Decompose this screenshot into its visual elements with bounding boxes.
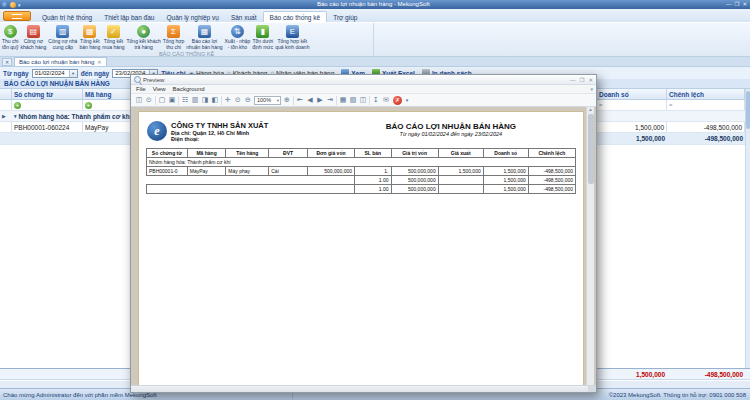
search-icon[interactable]: ⊙ [144,95,154,106]
preview-minimize-icon[interactable]: — [570,77,576,83]
column-header-so-chung-tu[interactable]: Số chứng từ [12,89,83,99]
minimize-icon[interactable]: — [726,0,732,9]
button-label: quả kinh doanh [275,45,309,51]
hand-tool-icon[interactable]: ✛ [223,95,233,106]
tab-close-icon[interactable]: ✕ [97,59,101,65]
last-page-icon[interactable]: ⇥ [325,95,335,106]
document-tab-active[interactable]: Báo cáo lợi nhuận bán hàng ✕ [14,57,107,66]
preview-vertical-scrollbar[interactable]: ▲ [586,107,594,385]
report-col-header: Số chứng từ [147,149,188,158]
quick-access-icon[interactable] [10,2,16,8]
button-tong-ket-ban-hang[interactable]: ▦ Tổng kết bán hàng [78,24,101,51]
report-cell: Máy phay [226,167,269,176]
equals-filter-icon[interactable]: = [599,102,603,108]
collapse-icon[interactable]: ▾ [14,113,17,119]
filter-row-indicator [0,100,12,110]
watermark-icon[interactable]: ◫ [358,95,368,106]
menu-background[interactable]: Background [173,86,205,92]
zoom-out-icon[interactable]: ⊖ [243,95,253,106]
maximize-icon[interactable]: ❐ [734,0,739,9]
report-subtotal-qty: 1.00 [355,176,391,185]
close-icon[interactable]: ✕ [742,0,747,9]
document-tab-bar: ✕ Báo cáo lợi nhuận bán hàng ✕ [0,57,750,67]
cell-so-chung-tu[interactable]: PBH00001-060224 [12,122,83,132]
filter-cell-chenh-lech[interactable]: = [667,100,745,110]
thumbnails-icon[interactable]: ◫ [134,95,144,106]
preview-canvas[interactable]: e CÔNG TY TNHH SẢN XUẤT Địa chỉ: Quận 12… [131,107,596,385]
tab-san-xuat[interactable]: Sản xuất [225,12,263,22]
zoom-dropdown-icon[interactable]: ▾ [277,98,280,103]
filter-cell-so-chung-tu[interactable]: + [12,100,83,110]
scrollbar-thumb[interactable] [588,114,594,184]
page-color-icon[interactable]: ▧ [348,95,358,106]
button-bao-cao-loi-nhuan-ban-hang[interactable]: ▦ Báo cáo lợi nhuận bán hàng [185,24,223,51]
close-preview-icon[interactable]: ✗ [393,96,402,105]
inventory-icon: ⇅ [231,25,244,38]
next-page-icon[interactable]: ▶ [315,95,325,106]
filter-icon[interactable]: + [85,102,92,109]
preview-titlebar[interactable]: Preview — ❐ ✕ [131,75,596,85]
toolbar-overflow-icon[interactable]: ▾ [402,95,412,106]
filter-icon[interactable]: + [14,102,21,109]
sigma-icon: Σ [167,25,180,38]
export-icon[interactable]: ↧ [371,95,381,106]
close-all-tabs-button[interactable]: ✕ [2,58,12,66]
from-date-input[interactable]: 01/02/2024 ▾ [32,69,78,78]
summary-chenh-lech: -498,500,000 [667,133,745,144]
equals-filter-icon[interactable]: = [669,102,673,108]
button-tong-ket-mua-hang[interactable]: ✓ Tổng kết mua hàng [101,24,125,51]
tab-thiet-lap-ban-dau[interactable]: Thiết lập ban đầu [98,12,160,22]
previous-page-icon[interactable]: ◀ [305,95,315,106]
report-total-revenue: 1,500,000 [483,185,528,194]
menu-overflow-icon[interactable]: ▾ [590,86,593,92]
tab-quan-ly-nghiep-vu[interactable]: Quản lý nghiệp vụ [160,12,224,22]
report-col-header: Đơn giá vốn [307,149,354,158]
menu-file[interactable]: File [136,86,146,92]
button-tong-hop-ket-qua-kinh-doanh[interactable]: E Tổng hợp kết quả kinh doanh [274,24,310,51]
report-subtotal-row: 1.00 500,000,000 1,500,000 -498,500,000 [147,176,576,185]
zoom-level-combo[interactable]: 100% ▾ [254,96,281,105]
cell-chenh-lech[interactable]: -498,500,000 [667,122,745,132]
save-icon[interactable]: ▣ [167,95,177,106]
quick-print-icon[interactable]: ▥ [190,95,200,106]
print-icon[interactable]: ☷ [180,95,190,106]
first-page-icon[interactable]: ⇤ [295,95,305,106]
resize-grip[interactable] [588,386,596,392]
tab-quan-tri-he-thong[interactable]: Quản trị hệ thống [36,12,98,22]
zoom-in-icon[interactable]: ⊕ [282,95,292,106]
scrollbar-thumb[interactable] [746,91,750,129]
button-thu-chi-ton-quy[interactable]: $ Thu chi tồn quỹ [1,24,19,51]
report-cell: 1. [355,167,391,176]
tab-tro-giup[interactable]: Trợ giúp [327,12,363,22]
button-xuat-nhap-ton-kho[interactable]: ⇅ Xuất - nhập - tồn kho [224,24,252,51]
button-tong-hop-thu-chi[interactable]: Σ Tổng hợp thu chi [162,24,186,51]
send-icon[interactable]: ✉ [381,95,391,106]
report-total-qty: 1.00 [355,185,391,194]
button-tong-ket-khach-tra-hang[interactable]: ● Tổng kết khách trả hàng [126,24,162,51]
filter-cell-doanh-so[interactable]: = [597,100,667,110]
magnifier-icon[interactable]: ⊙ [233,95,243,106]
cell-doanh-so[interactable]: 1,500,000 [597,122,667,132]
app-icon [2,2,8,8]
button-cong-no-khach-hang[interactable]: ▤ Công nợ khách hàng [19,24,47,51]
column-header-doanh-so[interactable]: Doanh số [597,89,667,99]
button-cong-no-nha-cung-cap[interactable]: ▥ Công nợ nhà cung cấp [47,24,78,51]
calendar-dropdown-icon[interactable]: ▾ [69,70,77,77]
application-menu-button[interactable] [3,11,31,21]
button-ton-duoi-dinh-muc[interactable]: ▮ Tồn dưới định mức [251,24,274,51]
grid-vertical-scrollbar[interactable] [745,89,750,368]
page-setup-icon[interactable]: ◨ [200,95,210,106]
ribbon-group-label: BÁO CÁO THỐNG KÊ [0,51,373,58]
scroll-up-icon[interactable]: ▲ [588,107,592,113]
bar-chart-icon: ▮ [256,25,269,38]
preview-maximize-icon[interactable]: ❐ [579,77,584,83]
tab-bao-cao-thong-ke[interactable]: Báo cáo thống kê [263,11,328,22]
open-icon[interactable]: ▢ [157,95,167,106]
current-row-arrow-icon: ▶ [2,113,6,119]
multipage-icon[interactable]: ▦ [338,95,348,106]
column-header-chenh-lech[interactable]: Chênh lệch [667,89,745,99]
report-cell-empty [438,185,483,194]
scale-icon[interactable]: ◧ [210,95,220,106]
menu-view[interactable]: View [153,86,166,92]
preview-close-icon[interactable]: ✕ [588,77,593,83]
